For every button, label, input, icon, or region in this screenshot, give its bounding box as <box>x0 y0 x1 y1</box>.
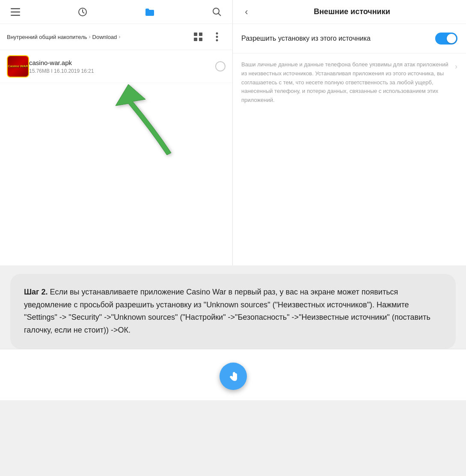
right-toolbar: ‹ Внешние источники <box>233 0 466 24</box>
back-icon[interactable]: ‹ <box>240 6 253 18</box>
svg-rect-1 <box>11 11 20 12</box>
breadcrumb-separator: › <box>89 34 91 40</box>
svg-rect-9 <box>199 38 202 41</box>
instruction-text: Если вы устанавливаете приложение Casino… <box>24 288 430 334</box>
app-icon <box>7 55 29 77</box>
grid-view-icon[interactable] <box>190 28 207 45</box>
svg-rect-0 <box>11 8 20 9</box>
breadcrumb-root[interactable]: Внутренний общий накопитель <box>7 34 87 40</box>
toggle-switch[interactable] <box>435 33 457 45</box>
arrow-overlay <box>77 76 188 161</box>
toggle-knob <box>447 34 456 43</box>
left-toolbar <box>0 0 232 24</box>
settings-warning: Ваши личные данные и данные телефона бол… <box>233 54 466 112</box>
chevron-right-icon[interactable]: › <box>455 62 457 71</box>
instruction-box: Шаг 2. Если вы устанавливаете приложение… <box>10 274 456 349</box>
more-options-icon[interactable] <box>208 28 226 45</box>
breadcrumb-current[interactable]: Download <box>92 34 117 40</box>
folder-icon[interactable] <box>141 3 158 21</box>
history-icon[interactable] <box>74 3 91 21</box>
svg-rect-7 <box>199 33 202 36</box>
settings-panel: ‹ Внешние источники Разрешить установку … <box>233 0 466 265</box>
svg-point-11 <box>216 36 218 38</box>
fab-button[interactable] <box>220 363 247 390</box>
warning-text: Ваши личные данные и данные телефона бол… <box>241 60 451 105</box>
svg-line-5 <box>218 13 221 16</box>
svg-rect-8 <box>194 38 197 41</box>
bottom-section: Шаг 2. Если вы устанавливаете приложение… <box>0 265 466 349</box>
file-list: casino-war.apk 15.76MB I 16.10.2019 16:2… <box>0 50 232 265</box>
breadcrumb: Внутренний общий накопитель › Download › <box>0 24 232 50</box>
step-label: Шаг 2. <box>24 288 48 296</box>
svg-rect-6 <box>194 33 197 36</box>
search-icon[interactable] <box>208 3 226 21</box>
file-checkbox[interactable] <box>215 61 226 71</box>
file-meta: 15.76MB I 16.10.2019 16:21 <box>29 68 215 74</box>
settings-item-install: Разрешить установку из этого источника <box>233 24 466 54</box>
svg-point-12 <box>216 39 218 42</box>
hamburger-icon[interactable] <box>7 3 24 21</box>
svg-point-10 <box>216 33 218 35</box>
file-item[interactable]: casino-war.apk 15.76MB I 16.10.2019 16:2… <box>0 50 232 83</box>
file-name: casino-war.apk <box>29 59 215 66</box>
breadcrumb-actions <box>190 28 226 45</box>
page-title: Внешние источники <box>258 7 445 16</box>
file-info: casino-war.apk 15.76MB I 16.10.2019 16:2… <box>29 59 215 74</box>
bottom-area <box>0 349 466 400</box>
breadcrumb-chevron-icon: › <box>119 34 120 40</box>
svg-rect-2 <box>11 15 20 16</box>
settings-item-label: Разрешить установку из этого источника <box>241 34 435 43</box>
svg-point-4 <box>213 8 219 14</box>
file-manager-panel: Внутренний общий накопитель › Download › <box>0 0 233 265</box>
